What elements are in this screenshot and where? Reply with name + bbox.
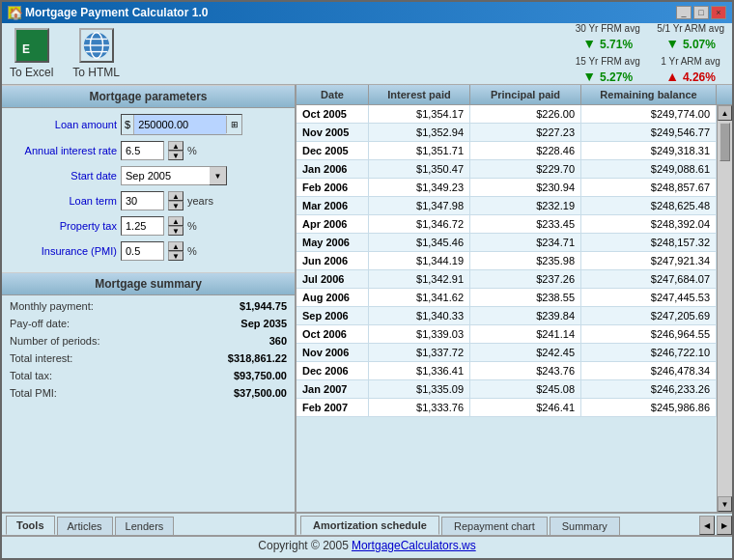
td-interest: $1,354.17 — [369, 105, 470, 123]
table-row: Nov 2006$1,337.72$242.45$246,722.10 — [296, 344, 717, 362]
td-date: Jan 2007 — [296, 380, 369, 398]
td-interest: $1,349.23 — [369, 179, 470, 196]
td-principal: $241.14 — [470, 325, 581, 343]
td-date: Jun 2006 — [296, 252, 369, 269]
td-interest: $1,346.72 — [369, 215, 470, 233]
td-principal: $239.84 — [470, 307, 581, 324]
td-interest: $1,341.62 — [369, 289, 470, 306]
tab-summary[interactable]: Summary — [550, 517, 620, 535]
insurance-down-button[interactable]: ▼ — [168, 251, 184, 261]
td-balance: $248,157.32 — [581, 234, 717, 251]
td-principal: $245.08 — [470, 380, 581, 398]
table-content: Oct 2005$1,354.17$226.00$249,774.00Nov 2… — [296, 105, 717, 512]
tab-articles[interactable]: Articles — [57, 517, 113, 535]
status-bar: Copyright © 2005 MortgageCalculators.ws — [2, 535, 732, 554]
rate-up-button[interactable]: ▲ — [168, 141, 184, 151]
scrollbar[interactable]: ▲ ▼ — [717, 105, 732, 512]
maximize-button[interactable]: □ — [693, 6, 709, 19]
insurance-spinner[interactable]: ▲ ▼ — [168, 241, 184, 261]
periods-label: Number of periods: — [10, 335, 269, 347]
td-date: Feb 2007 — [296, 399, 369, 416]
td-balance: $248,392.04 — [581, 215, 717, 233]
annual-rate-row: Annual interest rate ▲ ▼ % — [6, 141, 291, 160]
website-link[interactable]: MortgageCalculators.ws — [352, 539, 476, 552]
term-spinner[interactable]: ▲ ▼ — [168, 191, 184, 210]
table-row: Apr 2006$1,346.72$233.45$248,392.04 — [296, 215, 717, 234]
td-date: Sep 2006 — [296, 307, 369, 324]
left-panel: Mortgage parameters Loan amount $ ⊞ Annu… — [2, 85, 296, 512]
loan-amount-input[interactable] — [134, 115, 226, 134]
total-pmi-label: Total PMI: — [10, 387, 234, 399]
total-tax-label: Total tax: — [10, 370, 234, 381]
tax-spinner[interactable]: ▲ ▼ — [168, 216, 184, 236]
copyright-text: Copyright © 2005 — [258, 539, 349, 552]
td-date: Apr 2006 — [296, 215, 369, 233]
td-interest: $1,336.41 — [369, 362, 470, 379]
insurance-suffix: % — [187, 245, 197, 257]
term-down-button[interactable]: ▼ — [168, 201, 184, 210]
total-interest-label: Total interest: — [10, 352, 228, 364]
html-button[interactable]: To HTML — [72, 28, 120, 79]
table-row: Jan 2007$1,335.09$245.08$246,233.26 — [296, 380, 717, 399]
params-section-header: Mortgage parameters — [2, 85, 295, 108]
table-row: Sep 2006$1,340.33$239.84$247,205.69 — [296, 307, 717, 325]
excel-icon: E — [14, 28, 49, 63]
tab-scroll-left[interactable]: ◀ — [699, 516, 715, 535]
table-row: Jan 2006$1,350.47$229.70$249,088.61 — [296, 160, 717, 179]
payoff-date-label: Pay-off date: — [10, 318, 240, 329]
td-principal: $237.26 — [470, 270, 581, 288]
tax-down-button[interactable]: ▼ — [168, 226, 184, 236]
td-interest: $1,352.94 — [369, 124, 470, 141]
tab-repayment-chart[interactable]: Repayment chart — [441, 517, 548, 535]
td-interest: $1,342.91 — [369, 270, 470, 288]
total-tax-row: Total tax: $93,750.00 — [10, 369, 287, 382]
excel-label: To Excel — [10, 66, 53, 79]
td-balance: $246,233.26 — [581, 380, 717, 398]
rate-suffix: % — [187, 145, 197, 156]
td-date: Feb 2006 — [296, 179, 369, 196]
td-balance: $246,478.34 — [581, 362, 717, 379]
scroll-thumb[interactable] — [720, 123, 730, 161]
annual-rate-input[interactable] — [121, 141, 164, 160]
loan-amount-icon[interactable]: ⊞ — [226, 116, 241, 133]
td-date: Dec 2006 — [296, 362, 369, 379]
right-panel: Date Interest paid Principal paid Remain… — [296, 85, 732, 512]
table-row: Jun 2006$1,344.19$235.98$247,921.34 — [296, 252, 717, 270]
insurance-input[interactable] — [121, 241, 164, 261]
loan-term-row: Loan term ▲ ▼ years — [6, 191, 291, 210]
minimize-button[interactable]: _ — [676, 6, 692, 19]
title-bar-left: 🏠 Mortgage Payment Calculator 1.0 — [8, 6, 208, 19]
td-interest: $1,350.47 — [369, 160, 470, 178]
td-principal: $229.70 — [470, 160, 581, 178]
total-interest-row: Total interest: $318,861.22 — [10, 351, 287, 365]
loan-term-input[interactable] — [121, 191, 164, 210]
select-arrow-icon: ▼ — [210, 166, 227, 185]
rate-down-button[interactable]: ▼ — [168, 151, 184, 160]
td-principal: $235.98 — [470, 252, 581, 269]
tax-up-button[interactable]: ▲ — [168, 216, 184, 226]
term-up-button[interactable]: ▲ — [168, 191, 184, 201]
table-body[interactable]: Oct 2005$1,354.17$226.00$249,774.00Nov 2… — [296, 105, 717, 512]
table-row: Aug 2006$1,341.62$238.55$247,445.53 — [296, 289, 717, 307]
insurance-up-button[interactable]: ▲ — [168, 241, 184, 251]
payoff-date-value: Sep 2035 — [240, 318, 287, 329]
excel-button[interactable]: E To Excel — [10, 28, 53, 79]
table-scroll-container: Oct 2005$1,354.17$226.00$249,774.00Nov 2… — [296, 105, 732, 512]
window-controls[interactable]: _ □ × — [676, 6, 726, 19]
tab-lenders[interactable]: Lenders — [115, 517, 175, 535]
rate-spinner[interactable]: ▲ ▼ — [168, 141, 184, 160]
td-interest: $1,351.71 — [369, 142, 470, 159]
tab-tools[interactable]: Tools — [6, 516, 55, 535]
table-row: Dec 2005$1,351.71$228.46$249,318.31 — [296, 142, 717, 160]
td-principal: $238.55 — [470, 289, 581, 306]
scroll-up-button[interactable]: ▲ — [718, 105, 732, 121]
rates-area: 30 Yr FRM avg ▼ 5.71% 5/1 Yr ARM avg ▼ 5… — [574, 22, 724, 85]
tab-amortization[interactable]: Amortization schedule — [300, 516, 439, 535]
close-button[interactable]: × — [711, 6, 726, 19]
property-tax-input[interactable] — [121, 216, 164, 236]
term-suffix: years — [187, 195, 213, 207]
td-date: Nov 2005 — [296, 124, 369, 141]
scroll-down-button[interactable]: ▼ — [718, 496, 732, 512]
tab-scroll-right[interactable]: ▶ — [717, 516, 732, 535]
bottom-tabs: Tools Articles Lenders Amortization sche… — [2, 512, 732, 535]
